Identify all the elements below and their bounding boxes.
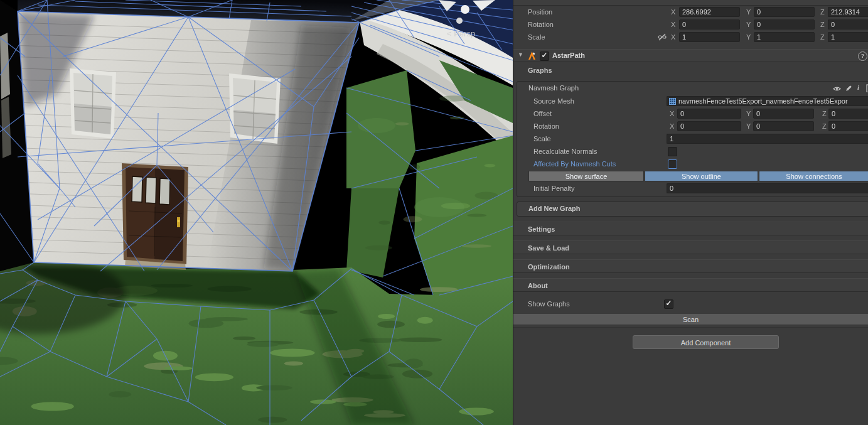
unity-editor: < Persp Position X 286.6992 Y 0 Z 212.93… bbox=[0, 0, 868, 425]
graph-scale-label: Scale bbox=[533, 134, 551, 144]
persp-label[interactable]: < Persp bbox=[447, 29, 475, 38]
section-label: About bbox=[528, 279, 548, 293]
axis-z-label: Z bbox=[822, 109, 827, 119]
axis-y-label: Y bbox=[746, 109, 751, 119]
axis-y-label: Y bbox=[746, 7, 751, 17]
house-door bbox=[122, 163, 188, 270]
axis-x-label: X bbox=[671, 7, 675, 17]
inspector-panel: Position X 286.6992 Y 0 Z 212.9314 Rotat… bbox=[513, 0, 868, 425]
graph-scale-field[interactable]: 1 bbox=[667, 134, 868, 144]
add-component-button[interactable]: Add Component bbox=[633, 335, 779, 349]
affected-by-navmesh-cuts-label[interactable]: Affected By Navmesh Cuts bbox=[533, 159, 616, 169]
scene-view[interactable]: < Persp bbox=[0, 0, 513, 425]
position-y-field[interactable]: 0 bbox=[754, 7, 815, 17]
offset-y-field[interactable]: 0 bbox=[753, 109, 814, 119]
navmesh-graph-box: Navmesh Graph i Source Mesh bbox=[517, 81, 868, 197]
scale-x-field[interactable]: 1 bbox=[679, 32, 740, 42]
foldout-arrow-icon[interactable]: ▼ bbox=[518, 51, 523, 58]
initial-penalty-label: Initial Penalty bbox=[533, 183, 574, 193]
component-enabled-checkbox[interactable] bbox=[540, 51, 549, 61]
help-icon[interactable]: ? bbox=[858, 51, 867, 61]
info-icon[interactable]: i bbox=[857, 83, 862, 91]
initial-penalty-field[interactable]: 0 bbox=[667, 183, 868, 193]
constrain-proportions-icon[interactable] bbox=[658, 33, 667, 41]
recalculate-normals-label: Recalculate Normals bbox=[533, 146, 597, 156]
add-new-graph-button[interactable]: Add New Graph bbox=[517, 202, 868, 217]
scan-button[interactable]: Scan bbox=[513, 313, 868, 325]
rotation-y-field[interactable]: 0 bbox=[754, 19, 815, 30]
graph-rotation-y-field[interactable]: 0 bbox=[753, 121, 814, 131]
window-left bbox=[70, 68, 116, 139]
scale-z-field[interactable]: 1 bbox=[828, 32, 868, 42]
section-save-load[interactable]: Save & Load bbox=[513, 240, 868, 254]
axis-y-label: Y bbox=[746, 32, 751, 42]
position-z-field[interactable]: 212.9314 bbox=[828, 7, 868, 17]
axis-x-label: X bbox=[670, 121, 674, 131]
show-graphs-checkbox[interactable] bbox=[664, 299, 673, 309]
navmesh-graph-title[interactable]: Navmesh Graph bbox=[528, 84, 579, 92]
axis-z-label: Z bbox=[820, 32, 825, 42]
eye-icon[interactable] bbox=[833, 85, 841, 93]
graphs-section-label: Graphs bbox=[528, 67, 552, 74]
scale-label: Scale bbox=[528, 32, 545, 42]
source-mesh-label: Source Mesh bbox=[533, 96, 574, 106]
mesh-icon bbox=[669, 98, 676, 105]
offset-label: Offset bbox=[533, 109, 552, 119]
section-settings[interactable]: Settings bbox=[513, 222, 868, 235]
axis-z-label: Z bbox=[820, 7, 825, 17]
source-mesh-field[interactable]: navmeshFenceTest5Export_navmeshFenceTest… bbox=[667, 96, 868, 106]
source-mesh-value: navmeshFenceTest5Export_navmeshFenceTest… bbox=[678, 97, 848, 105]
show-connections-button[interactable]: Show connections bbox=[759, 171, 868, 181]
axis-y-label: Y bbox=[746, 19, 751, 30]
show-outline-button[interactable]: Show outline bbox=[645, 171, 758, 181]
position-label: Position bbox=[528, 7, 552, 17]
position-x-field[interactable]: 286.6992 bbox=[679, 7, 740, 17]
rotation-z-field[interactable]: 0 bbox=[828, 19, 868, 30]
axis-x-label: X bbox=[670, 109, 674, 119]
axis-z-label: Z bbox=[820, 19, 825, 30]
axis-y-label: Y bbox=[746, 121, 751, 131]
add-new-graph-label: Add New Graph bbox=[528, 205, 581, 212]
recalculate-normals-checkbox[interactable] bbox=[668, 147, 677, 156]
window-right bbox=[229, 73, 281, 144]
section-about[interactable]: About bbox=[513, 278, 868, 292]
component-title: AstarPath bbox=[552, 51, 585, 59]
graph-rotation-z-field[interactable]: 0 bbox=[828, 121, 868, 131]
astarpath-icon bbox=[527, 51, 537, 60]
section-optimization[interactable]: Optimization bbox=[513, 259, 868, 273]
affected-by-navmesh-cuts-checkbox[interactable] bbox=[668, 159, 677, 169]
axis-x-label: X bbox=[671, 19, 675, 30]
scale-y-field[interactable]: 1 bbox=[754, 32, 815, 42]
section-label: Save & Load bbox=[528, 241, 569, 255]
divider bbox=[513, 327, 868, 328]
offset-z-field[interactable]: 0 bbox=[828, 109, 868, 119]
axis-z-label: Z bbox=[822, 121, 827, 131]
show-graphs-label: Show Graphs bbox=[528, 299, 570, 309]
transform-header-clipped[interactable] bbox=[513, 0, 868, 6]
axis-x-label: X bbox=[671, 32, 675, 42]
section-label: Optimization bbox=[528, 260, 570, 274]
graph-rotation-x-field[interactable]: 0 bbox=[677, 121, 741, 131]
section-label: Settings bbox=[528, 222, 555, 236]
rotation-label: Rotation bbox=[528, 19, 554, 30]
edit-pencil-icon[interactable] bbox=[845, 84, 853, 92]
graph-rotation-label: Rotation bbox=[533, 121, 559, 131]
offset-x-field[interactable]: 0 bbox=[677, 109, 741, 119]
scene-render: < Persp bbox=[0, 0, 513, 425]
astarpath-header[interactable]: ▼ AstarPath ? bbox=[513, 49, 868, 62]
show-surface-button[interactable]: Show surface bbox=[528, 171, 644, 181]
rotation-x-field[interactable]: 0 bbox=[679, 19, 740, 30]
